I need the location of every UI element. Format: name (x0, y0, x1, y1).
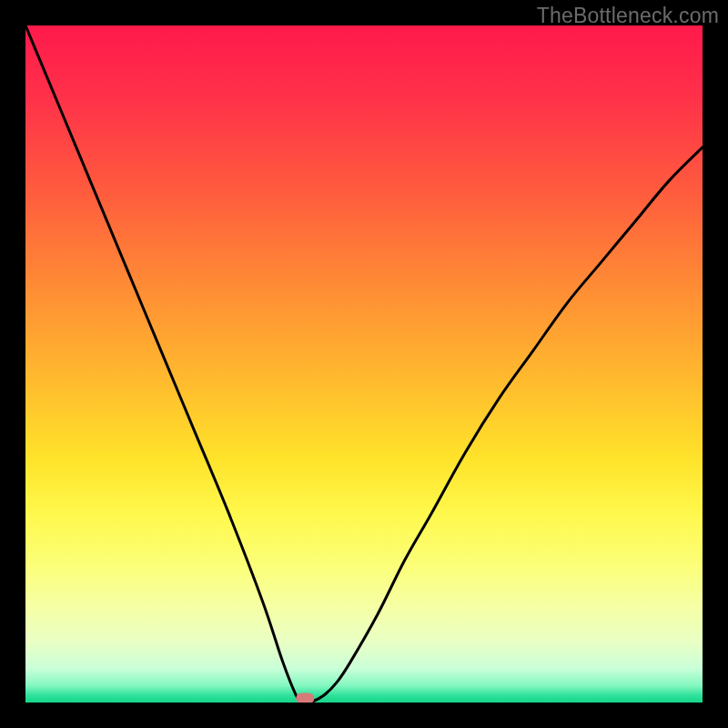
svg-rect-0 (296, 693, 314, 703)
chart-frame: TheBottleneck.com (0, 0, 728, 728)
bottleneck-curve (25, 25, 703, 703)
optimal-point-marker (25, 25, 703, 703)
plot-area (25, 25, 703, 703)
watermark-text: TheBottleneck.com (537, 4, 719, 28)
